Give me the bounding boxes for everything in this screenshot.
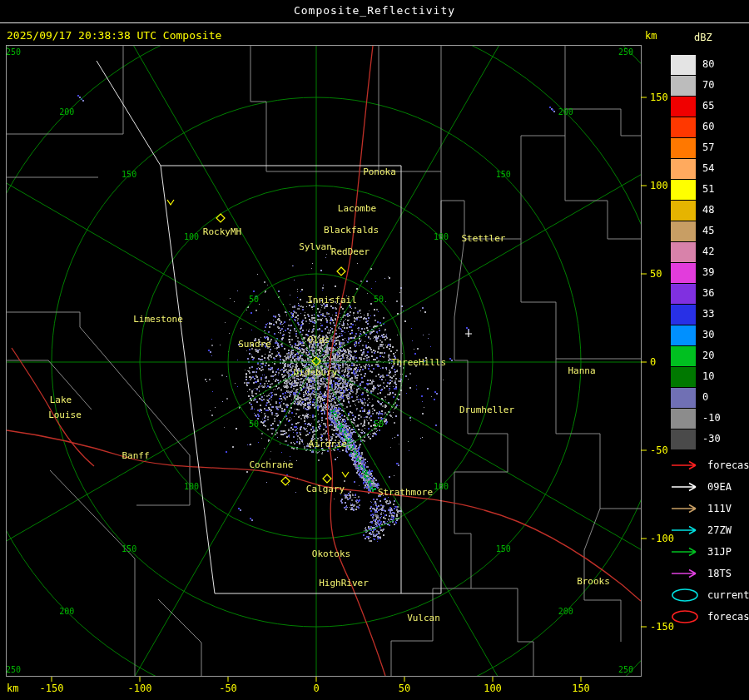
- legend-label: 09EA: [707, 481, 732, 493]
- current-ellipse-icon: [671, 588, 702, 603]
- legend-row: 111V: [671, 498, 749, 519]
- dbz-swatch: [671, 429, 696, 449]
- dbz-swatch: [671, 201, 696, 221]
- 31jp-arrow-icon: [671, 544, 702, 559]
- dbz-value: 70: [702, 79, 714, 91]
- timestamp: 2025/09/17 20:38:38 UTC Composite: [7, 29, 221, 42]
- dbz-value: 80: [702, 58, 714, 70]
- dbz-value: 51: [702, 183, 714, 195]
- dbz-swatch: [671, 325, 696, 345]
- dbz-swatch: [671, 305, 696, 325]
- dbz-swatch: [671, 97, 696, 117]
- legend-row: current: [671, 584, 749, 606]
- dbz-swatch: [671, 409, 696, 429]
- dbz-value: 20: [702, 350, 714, 361]
- dbz-swatch: [671, 284, 696, 304]
- dbz-value: 57: [702, 141, 714, 153]
- km-unit-label-top: km: [645, 30, 657, 42]
- dbz-swatch: [671, 242, 696, 262]
- title-separator: [0, 22, 749, 23]
- dbz-swatch: [671, 76, 696, 96]
- dbz-swatch: [671, 180, 696, 200]
- legend-label: forecast: [707, 459, 749, 471]
- dbz-scale-title: dBZ: [694, 32, 712, 43]
- dbz-swatch: [671, 55, 696, 75]
- dbz-value: 36: [702, 287, 714, 299]
- 111v-arrow-icon: [671, 501, 702, 516]
- legend-row: forecast: [671, 454, 749, 476]
- km-unit-label-bottom: km: [7, 683, 18, 694]
- window-title: Composite_Reflectivity: [0, 4, 749, 17]
- legend-row: 31JP: [671, 541, 749, 563]
- storm-legend: forecast09EA111V27ZW31JP18TScurrentforec…: [671, 454, 749, 628]
- dbz-value: 33: [702, 308, 714, 320]
- dbz-swatch: [671, 346, 696, 366]
- dbz-value: 10: [702, 370, 714, 382]
- dbz-value: 30: [702, 329, 714, 340]
- dbz-value: 65: [702, 100, 714, 112]
- legend-label: 27ZW: [707, 524, 732, 536]
- dbz-value: 45: [702, 225, 714, 236]
- dbz-value: 48: [702, 204, 714, 216]
- dbz-swatch: [671, 367, 696, 387]
- legend-row: forecast: [671, 606, 749, 628]
- dbz-value: -30: [702, 433, 721, 444]
- forecast-ellipse-icon: [671, 609, 702, 624]
- dbz-swatch: [671, 263, 696, 283]
- dbz-value: 42: [702, 246, 714, 257]
- 27zw-arrow-icon: [671, 523, 702, 538]
- legend-row: 27ZW: [671, 519, 749, 541]
- 18ts-arrow-icon: [671, 566, 702, 581]
- forecast-arrow-icon: [671, 458, 702, 473]
- legend-row: 09EA: [671, 476, 749, 498]
- legend-label: forecast: [707, 611, 749, 623]
- dbz-value: 60: [702, 121, 714, 132]
- legend-label: 111V: [707, 503, 732, 514]
- dbz-value: 54: [702, 162, 714, 174]
- legend-label: 31JP: [707, 546, 732, 558]
- dbz-value: -10: [702, 412, 721, 424]
- legend-label: 18TS: [707, 568, 732, 579]
- 09ea-arrow-icon: [671, 479, 702, 494]
- dbz-value: 0: [702, 391, 708, 403]
- dbz-value: 39: [702, 266, 714, 278]
- legend-label: current: [707, 589, 749, 601]
- dbz-swatch: [671, 388, 696, 408]
- dbz-swatch: [671, 221, 696, 241]
- dbz-swatch: [671, 138, 696, 158]
- radar-echo-layer: [0, 0, 749, 700]
- dbz-swatch: [671, 159, 696, 179]
- dbz-swatch: [671, 117, 696, 137]
- legend-row: 18TS: [671, 563, 749, 584]
